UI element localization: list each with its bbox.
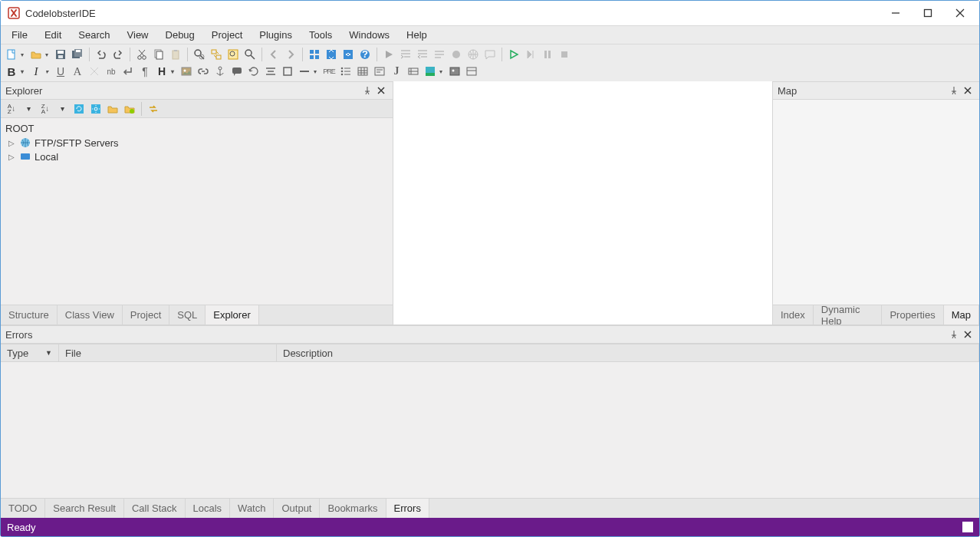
close-panel-icon[interactable]: [374, 84, 388, 97]
debug-stop-icon[interactable]: [557, 47, 572, 62]
nav-back-icon[interactable]: [266, 47, 281, 62]
undo-icon[interactable]: [94, 47, 109, 62]
debug-step-icon[interactable]: [523, 47, 538, 62]
tab-map[interactable]: Map: [944, 305, 979, 325]
column-file[interactable]: File: [59, 344, 277, 361]
sort-za-icon[interactable]: ZA↓: [38, 101, 53, 117]
refresh-icon[interactable]: [246, 64, 261, 79]
save-icon[interactable]: [53, 47, 68, 62]
sort-za-dropdown-icon[interactable]: ▾: [21, 101, 36, 117]
hr-icon[interactable]: [297, 64, 312, 79]
highlight-icon[interactable]: [242, 47, 258, 62]
replace-icon[interactable]: [209, 47, 224, 62]
expand-arrow-icon[interactable]: ▷: [8, 153, 16, 161]
anchor-icon[interactable]: [212, 64, 228, 79]
close-button[interactable]: [944, 2, 976, 24]
paragraph-icon[interactable]: ¶: [137, 64, 153, 79]
menu-debug[interactable]: Debug: [158, 28, 202, 42]
preview-icon[interactable]: [447, 64, 462, 79]
menu-edit[interactable]: Edit: [37, 28, 69, 42]
collapse-icon[interactable]: [340, 47, 356, 62]
globe-icon[interactable]: [465, 47, 481, 62]
list-icon[interactable]: [338, 64, 354, 79]
image-icon[interactable]: [179, 64, 194, 79]
form-icon[interactable]: [372, 64, 387, 79]
box-icon[interactable]: [280, 64, 295, 79]
close-panel-icon[interactable]: [961, 328, 975, 341]
menu-help[interactable]: Help: [399, 28, 435, 42]
menu-windows[interactable]: Windows: [341, 28, 397, 42]
minimize-button[interactable]: [880, 2, 912, 24]
menu-tools[interactable]: Tools: [301, 28, 340, 42]
paste-icon[interactable]: [168, 47, 183, 62]
tab-sql[interactable]: SQL: [169, 305, 206, 325]
run-icon[interactable]: [381, 47, 396, 62]
sort-az-icon[interactable]: AZ↓: [4, 101, 19, 117]
table-icon[interactable]: [355, 64, 370, 79]
chat-icon[interactable]: [482, 47, 498, 62]
heading-icon[interactable]: H: [154, 64, 169, 79]
new-file-icon[interactable]: [4, 47, 19, 62]
tab-search-result[interactable]: Search Result: [45, 499, 124, 518]
indent-icon[interactable]: [398, 47, 413, 62]
br-icon[interactable]: [120, 64, 136, 79]
tree-node-local[interactable]: ▷ Local: [5, 150, 388, 163]
tab-explorer[interactable]: Explorer: [206, 305, 258, 325]
font-icon[interactable]: A: [70, 64, 85, 79]
underline-icon[interactable]: U: [53, 64, 68, 79]
tab-properties[interactable]: Properties: [882, 305, 943, 325]
tab-locals[interactable]: Locals: [186, 499, 231, 518]
comment-icon[interactable]: [432, 47, 447, 62]
tab-dynamic-help[interactable]: Dynamic Help: [814, 305, 883, 325]
menu-project[interactable]: Project: [204, 28, 250, 42]
refresh-explorer-icon[interactable]: [71, 101, 87, 117]
help-icon[interactable]: ?: [357, 47, 373, 62]
copy-icon[interactable]: [151, 47, 166, 62]
debug-pause-icon[interactable]: [540, 47, 555, 62]
tab-output[interactable]: Output: [274, 499, 320, 518]
menu-file[interactable]: File: [4, 28, 35, 42]
color-picker-icon[interactable]: [423, 64, 438, 79]
nav-forward-icon[interactable]: [283, 47, 298, 62]
expand-arrow-icon[interactable]: ▷: [8, 139, 16, 147]
tab-errors[interactable]: Errors: [386, 499, 429, 518]
expand-icon[interactable]: [324, 47, 339, 62]
tab-index[interactable]: Index: [773, 305, 814, 325]
sync-icon[interactable]: [146, 101, 161, 117]
menu-view[interactable]: View: [120, 28, 156, 42]
outdent-icon[interactable]: [415, 47, 430, 62]
redo-icon[interactable]: [110, 47, 126, 62]
link-icon[interactable]: [196, 64, 211, 79]
debug-run-icon[interactable]: [506, 47, 521, 62]
tree-node-ftp[interactable]: ▷ FTP/SFTP Servers: [5, 136, 388, 150]
column-description[interactable]: Description: [277, 344, 979, 361]
maximize-button[interactable]: [912, 2, 944, 24]
sort-dropdown-icon[interactable]: ▾: [54, 101, 70, 117]
clear-format-icon[interactable]: [87, 64, 102, 79]
tab-bookmarks[interactable]: Bookmarks: [320, 499, 386, 518]
grid-icon[interactable]: [307, 47, 322, 62]
comment-bubble-icon[interactable]: [229, 64, 245, 79]
column-type[interactable]: Type▼: [1, 344, 59, 361]
find-in-files-icon[interactable]: [225, 47, 241, 62]
cut-icon[interactable]: [134, 47, 150, 62]
tab-call-stack[interactable]: Call Stack: [124, 499, 186, 518]
open-folder-icon[interactable]: [28, 47, 44, 62]
folder-explorer-icon-2[interactable]: [122, 101, 137, 117]
pin-icon[interactable]: [947, 84, 961, 97]
pre-icon[interactable]: PRE: [321, 64, 337, 79]
toggle-breakpoint-icon[interactable]: [449, 47, 464, 62]
tab-todo[interactable]: TODO: [1, 499, 45, 518]
save-all-icon[interactable]: [70, 47, 85, 62]
find-icon[interactable]: [192, 47, 207, 62]
tab-class-view[interactable]: Class View: [58, 305, 123, 325]
menu-search[interactable]: Search: [71, 28, 117, 42]
style-icon[interactable]: [406, 64, 421, 79]
align-center-icon[interactable]: [263, 64, 278, 79]
pin-icon[interactable]: [947, 328, 961, 341]
folder-explorer-icon[interactable]: [105, 101, 120, 117]
layout-icon[interactable]: [464, 64, 479, 79]
italic-icon[interactable]: I: [28, 64, 44, 79]
tab-structure[interactable]: Structure: [1, 305, 58, 325]
nbsp-icon[interactable]: nb: [104, 64, 119, 79]
